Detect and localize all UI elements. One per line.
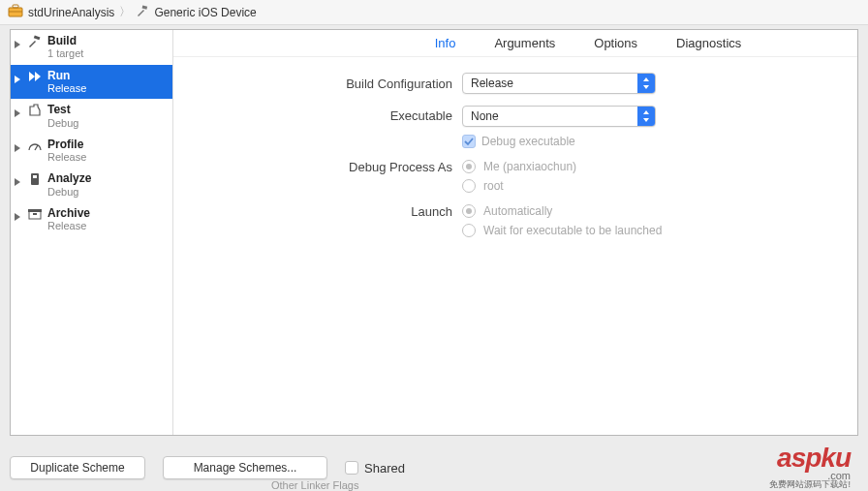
radio-icon <box>462 160 476 173</box>
scheme-tabbar: Info Arguments Options Diagnostics <box>173 30 857 57</box>
svg-rect-5 <box>34 35 41 40</box>
info-form: Build Configuration Release Executable N… <box>173 57 857 253</box>
checkbox-icon <box>345 461 358 475</box>
sidebar-item-label: Analyze <box>47 171 91 185</box>
radio-label: root <box>483 179 504 193</box>
radio-label: Me (panxiaochun) <box>483 160 576 173</box>
svg-marker-21 <box>643 110 649 114</box>
svg-marker-10 <box>15 144 20 152</box>
svg-rect-3 <box>142 6 148 10</box>
chevron-updown-icon <box>637 74 655 93</box>
svg-marker-4 <box>15 41 20 48</box>
watermark-logo: aspku .com <box>777 443 851 481</box>
tab-info[interactable]: Info <box>435 36 456 50</box>
breadcrumb-target[interactable]: Generic iOS Device <box>154 6 256 19</box>
launch-auto-radio: Automatically <box>462 204 662 218</box>
svg-marker-22 <box>643 118 649 122</box>
breadcrumb: stdUrineAnalysis 〉 Generic iOS Device <box>0 0 868 25</box>
chevron-updown-icon <box>637 107 655 126</box>
watermark-brand: aspku <box>777 443 851 473</box>
sidebar-item-analyze[interactable]: Analyze Debug <box>11 168 172 202</box>
sidebar-item-run[interactable]: Run Release <box>11 65 172 100</box>
test-icon <box>25 104 45 117</box>
svg-marker-12 <box>15 178 20 186</box>
watermark-tagline: 免费网站源码下载站! <box>769 478 851 491</box>
sidebar-item-test[interactable]: Test Debug <box>11 99 172 134</box>
manage-schemes-button[interactable]: Manage Schemes... <box>163 456 327 479</box>
disclosure-triangle-icon[interactable] <box>15 175 22 189</box>
build-config-label: Build Configuration <box>191 77 452 91</box>
analyze-icon <box>25 172 45 186</box>
svg-marker-15 <box>15 213 20 221</box>
build-config-value: Release <box>471 77 513 90</box>
profile-icon <box>25 138 45 152</box>
build-icon <box>25 35 45 48</box>
svg-rect-14 <box>33 175 37 178</box>
archive-icon <box>25 207 45 221</box>
tab-arguments[interactable]: Arguments <box>494 36 555 50</box>
briefcase-icon <box>8 4 23 20</box>
executable-label: Executable <box>191 108 452 123</box>
disclosure-triangle-icon[interactable] <box>15 141 22 155</box>
sidebar-item-label: Run <box>47 69 86 82</box>
launch-wait-radio: Wait for executable to be launched <box>462 224 662 237</box>
radio-label: Wait for executable to be launched <box>483 224 662 237</box>
sidebar-item-archive[interactable]: Archive Release <box>11 202 172 237</box>
svg-marker-6 <box>15 76 20 83</box>
sidebar-item-sublabel: Debug <box>47 186 91 199</box>
scheme-sidebar: Build 1 target Run Release Test Debug <box>11 30 173 435</box>
checkbox-icon <box>462 135 476 148</box>
svg-rect-18 <box>33 213 37 215</box>
svg-marker-8 <box>35 72 41 81</box>
shared-label: Shared <box>364 461 405 476</box>
radio-label: Automatically <box>483 204 552 218</box>
sidebar-item-sublabel: 1 target <box>47 47 83 60</box>
sidebar-item-build[interactable]: Build 1 target <box>11 30 172 65</box>
sidebar-item-sublabel: Release <box>47 82 86 95</box>
launch-label: Launch <box>191 204 452 219</box>
svg-rect-17 <box>28 209 42 212</box>
debug-executable-label: Debug executable <box>481 135 575 148</box>
chevron-right-icon: 〉 <box>119 4 131 20</box>
svg-line-11 <box>35 145 38 150</box>
svg-marker-20 <box>643 85 649 89</box>
breadcrumb-project[interactable]: stdUrineAnalysis <box>28 6 114 19</box>
stray-footer-text: Other Linker Flags <box>271 479 358 491</box>
build-config-select[interactable]: Release <box>462 73 656 94</box>
hammer-icon <box>136 4 149 20</box>
run-icon <box>25 70 45 83</box>
bottom-toolbar: Duplicate Scheme Manage Schemes... Share… <box>10 456 858 479</box>
sidebar-item-label: Build <box>47 34 83 47</box>
radio-icon <box>462 179 476 193</box>
duplicate-scheme-button[interactable]: Duplicate Scheme <box>10 456 145 479</box>
tab-options[interactable]: Options <box>594 36 637 50</box>
tab-diagnostics[interactable]: Diagnostics <box>676 36 741 50</box>
sidebar-item-sublabel: Release <box>47 220 90 232</box>
debug-process-me-radio: Me (panxiaochun) <box>462 160 576 173</box>
debug-executable-checkbox: Debug executable <box>462 131 656 148</box>
svg-rect-13 <box>31 173 39 185</box>
disclosure-triangle-icon[interactable] <box>15 210 22 224</box>
scheme-content: Info Arguments Options Diagnostics Build… <box>173 30 857 435</box>
svg-rect-1 <box>13 5 18 8</box>
sidebar-item-sublabel: Release <box>47 151 86 164</box>
debug-process-root-radio: root <box>462 179 576 193</box>
svg-marker-9 <box>15 109 20 117</box>
scheme-editor-panel: Build 1 target Run Release Test Debug <box>10 29 858 436</box>
shared-checkbox[interactable]: Shared <box>345 461 405 476</box>
disclosure-triangle-icon[interactable] <box>15 73 22 86</box>
sidebar-item-label: Archive <box>47 206 90 220</box>
sidebar-item-profile[interactable]: Profile Release <box>11 134 172 169</box>
sidebar-item-label: Profile <box>47 138 86 151</box>
debug-process-label: Debug Process As <box>191 160 452 174</box>
svg-marker-7 <box>29 72 35 81</box>
sidebar-item-sublabel: Debug <box>47 117 78 130</box>
executable-value: None <box>471 109 499 123</box>
svg-marker-19 <box>643 77 649 81</box>
sidebar-item-label: Test <box>47 103 78 116</box>
disclosure-triangle-icon[interactable] <box>15 107 22 120</box>
radio-icon <box>462 224 476 237</box>
radio-icon <box>462 204 476 218</box>
executable-select[interactable]: None <box>462 106 656 127</box>
disclosure-triangle-icon[interactable] <box>15 38 22 51</box>
